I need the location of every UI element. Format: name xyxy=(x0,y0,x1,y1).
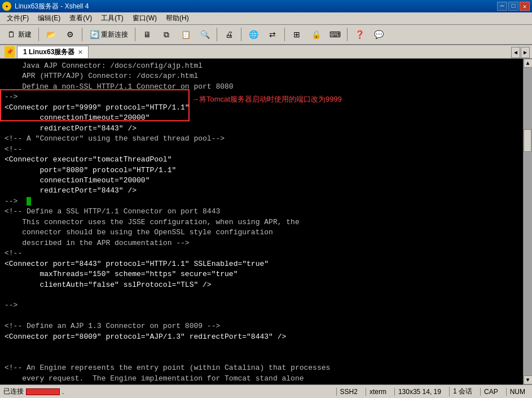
separator-7 xyxy=(347,28,348,41)
tab-close-button[interactable]: ✕ xyxy=(78,49,82,55)
minimize-button[interactable]: ─ xyxy=(497,2,507,11)
menu-view[interactable]: 查看(V) xyxy=(65,12,96,24)
title-bar: ✦ Linux63服务器 - Xshell 4 ─ □ ✕ xyxy=(0,0,532,12)
monitor-icon: 🖥 xyxy=(142,29,152,40)
status-indicator xyxy=(26,388,60,395)
copy-button[interactable]: ⧉ xyxy=(157,27,175,42)
tab-next-button[interactable]: ▶ xyxy=(521,47,530,58)
reconnect-button[interactable]: 🔄 重新连接 xyxy=(85,27,132,42)
paste-button[interactable]: 📋 xyxy=(177,27,195,42)
new-button[interactable]: 🗒 新建 xyxy=(2,27,36,42)
monitor-button[interactable]: 🖥 xyxy=(138,27,156,42)
keyboard-icon: ⌨ xyxy=(330,29,340,40)
status-right: SSH2 xterm 130x35 14, 19 1 会话 CAP NUM xyxy=(336,387,529,396)
connected-label: 已连接 xyxy=(3,387,24,396)
scroll-up-button[interactable]: ▲ xyxy=(524,59,533,68)
menu-file[interactable]: 文件(F) xyxy=(2,12,33,24)
term-info: xterm xyxy=(366,388,390,396)
transfer-button[interactable]: ⇄ xyxy=(263,27,282,42)
status-dot: . xyxy=(62,388,64,396)
menu-bar: 文件(F) 编辑(E) 查看(V) 工具(T) 窗口(W) 帮助(H) xyxy=(0,12,532,25)
scroll-thumb[interactable] xyxy=(524,129,531,152)
tab-nav: ◀ ▶ xyxy=(511,47,530,58)
separator-2 xyxy=(82,28,82,41)
separator-5 xyxy=(241,28,241,41)
separator-1 xyxy=(38,28,39,41)
tab-bar: 📌 1 Linux63服务器 ✕ ◀ ▶ xyxy=(0,45,532,59)
terminal[interactable]: Java AJP Connector: /docs/config/ajp.htm… xyxy=(0,59,523,384)
chat-icon: 💬 xyxy=(373,29,384,40)
session-info: 1 会话 xyxy=(449,387,476,396)
connection-status: 已连接 . xyxy=(3,387,64,396)
terminal-content: Java AJP Connector: /docs/config/ajp.htm… xyxy=(5,61,518,384)
new-icon: 🗒 xyxy=(6,29,16,40)
terminal-container: Java AJP Connector: /docs/config/ajp.htm… xyxy=(0,59,532,384)
session-btn[interactable]: ⊞ xyxy=(288,27,306,42)
menu-edit[interactable]: 编辑(E) xyxy=(33,12,65,24)
window-title: Linux63服务器 - Xshell 4 xyxy=(15,2,89,11)
tab-pin-icon: 📌 xyxy=(5,46,15,58)
tab-prev-button[interactable]: ◀ xyxy=(511,47,520,58)
cap-indicator: CAP xyxy=(480,388,502,396)
menu-window[interactable]: 窗口(W) xyxy=(128,12,161,24)
keyboard-button[interactable]: ⌨ xyxy=(326,27,344,42)
print-button[interactable]: 🖨 xyxy=(220,27,238,42)
close-button[interactable]: ✕ xyxy=(520,2,530,11)
menu-tools[interactable]: 工具(T) xyxy=(96,12,127,24)
open-button[interactable]: 📂 xyxy=(42,27,60,42)
help-button[interactable]: ❓ xyxy=(350,27,368,42)
toolbar: 🗒 新建 📂 ⚙ 🔄 重新连接 🖥 ⧉ 📋 🔍 🖨 🌐 ⇄ ⊞ 🔒 ⌨ xyxy=(0,25,532,45)
search-icon: 🔍 xyxy=(200,29,210,40)
menu-help[interactable]: 帮助(H) xyxy=(161,12,194,24)
copy-icon: ⧉ xyxy=(161,29,172,40)
open-icon: 📂 xyxy=(46,29,56,40)
settings-button[interactable]: ⚙ xyxy=(61,27,79,42)
num-indicator: NUM xyxy=(506,388,529,396)
position-info: 130x35 14, 19 xyxy=(394,388,445,396)
globe-icon: 🌐 xyxy=(248,29,258,40)
search-button[interactable]: 🔍 xyxy=(196,27,214,42)
settings-icon: ⚙ xyxy=(65,29,75,40)
lock-button[interactable]: 🔒 xyxy=(307,27,325,42)
ssh-info: SSH2 xyxy=(336,388,361,396)
reconnect-icon: 🔄 xyxy=(89,29,99,40)
session-icon: ⊞ xyxy=(292,29,302,40)
paste-icon: 📋 xyxy=(181,29,191,40)
separator-6 xyxy=(284,28,285,41)
chat-button[interactable]: 💬 xyxy=(370,27,388,42)
separator-3 xyxy=(135,28,135,41)
maximize-button[interactable]: □ xyxy=(508,2,518,11)
scroll-down-button[interactable]: ▼ xyxy=(524,375,533,384)
window-controls[interactable]: ─ □ ✕ xyxy=(497,2,530,11)
scroll-track[interactable] xyxy=(524,68,532,375)
app-icon: ✦ xyxy=(2,2,11,11)
scrollbar[interactable]: ▲ ▼ xyxy=(523,59,532,384)
help-icon: ❓ xyxy=(354,29,364,40)
separator-4 xyxy=(217,28,217,41)
transfer-icon: ⇄ xyxy=(267,29,278,40)
lock-icon: 🔒 xyxy=(311,29,321,40)
print-icon: 🖨 xyxy=(224,29,234,40)
tab-linux63[interactable]: 1 Linux63服务器 ✕ xyxy=(17,46,89,58)
tab-label: 1 Linux63服务器 xyxy=(23,47,74,57)
globe-button[interactable]: 🌐 xyxy=(244,27,262,42)
status-bar: 已连接 . SSH2 xterm 130x35 14, 19 1 会话 CAP … xyxy=(0,384,532,398)
